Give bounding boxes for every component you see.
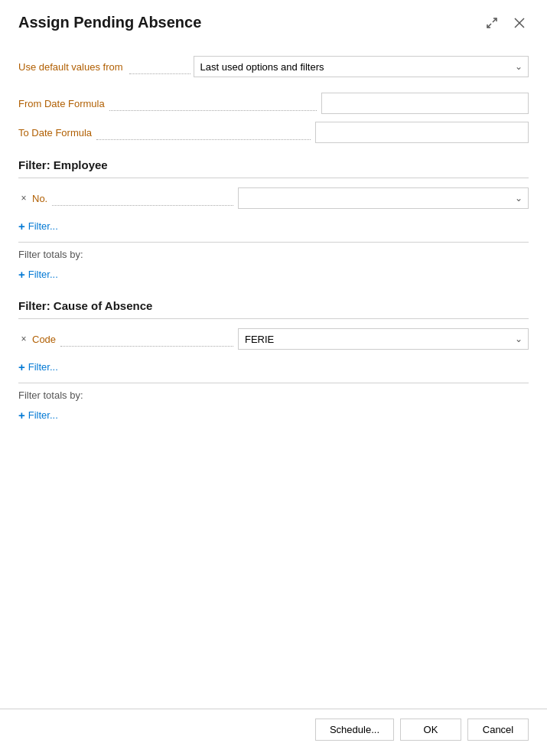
remove-employee-no-filter-button[interactable]: ×: [18, 193, 29, 204]
dialog-body: Use default values from Last used option…: [0, 42, 547, 709]
employee-filter-totals-label: Filter totals by:: [18, 249, 529, 260]
default-values-row: Use default values from Last used option…: [18, 56, 529, 77]
plus-cause-icon: +: [18, 360, 25, 373]
add-employee-filter-label: Filter...: [28, 220, 58, 232]
filter-employee-totals-divider: [18, 242, 529, 243]
cause-code-input-wrapper: FERIE ⌄: [238, 328, 529, 350]
add-cause-totals-filter-label: Filter...: [28, 409, 58, 421]
close-button[interactable]: [510, 15, 529, 31]
filter-cause-title: Filter: Cause of Absence: [18, 299, 529, 312]
dialog-header: Assign Pending Absence: [0, 0, 547, 42]
schedule-button[interactable]: Schedule...: [315, 719, 394, 741]
add-employee-totals-filter-button[interactable]: + Filter...: [18, 265, 58, 284]
filter-employee-section: Filter: Employee × No. ⌄ +: [18, 158, 529, 284]
remove-cause-code-filter-button[interactable]: ×: [18, 334, 29, 344]
ok-button[interactable]: OK: [400, 719, 461, 741]
add-employee-filter-button[interactable]: + Filter...: [18, 217, 58, 236]
filter-cause-divider: [18, 318, 529, 319]
employee-no-select[interactable]: [238, 187, 529, 209]
employee-no-select-container: ⌄: [238, 187, 529, 209]
to-date-formula-input-wrapper: [315, 122, 529, 143]
from-date-formula-label-wrapper: From Date Formula: [18, 98, 105, 109]
from-date-formula-input[interactable]: [321, 93, 529, 114]
default-values-select-wrapper: Last used options and filters No default…: [194, 56, 529, 77]
add-employee-totals-filter-label: Filter...: [28, 269, 58, 280]
to-date-formula-row: To Date Formula: [18, 122, 529, 143]
filter-employee-title: Filter: Employee: [18, 158, 529, 171]
to-date-formula-label-wrapper: To Date Formula: [18, 127, 92, 138]
default-values-select-container: Last used options and filters No default…: [194, 56, 529, 77]
add-cause-filter-button[interactable]: + Filter...: [18, 357, 58, 376]
cause-code-filter-row: × Code FERIE ⌄: [18, 328, 529, 350]
employee-no-filter-row: × No. ⌄: [18, 187, 529, 209]
employee-no-label: No.: [32, 193, 47, 204]
default-values-select[interactable]: Last used options and filters No default…: [194, 56, 529, 77]
add-cause-filter-label: Filter...: [28, 361, 58, 373]
cause-code-select-container: FERIE ⌄: [238, 328, 529, 350]
employee-no-input-wrapper: ⌄: [238, 187, 529, 209]
plus-cause-totals-icon: +: [18, 409, 25, 422]
dialog-title: Assign Pending Absence: [18, 14, 201, 31]
to-date-formula-label: To Date Formula: [18, 127, 92, 138]
dialog-footer: Schedule... OK Cancel: [0, 709, 547, 756]
assign-pending-absence-dialog: Assign Pending Absence Use defaul: [0, 0, 547, 756]
cause-code-dots: [60, 346, 233, 347]
filter-cause-of-absence-section: Filter: Cause of Absence × Code FERIE ⌄: [18, 299, 529, 425]
cause-filter-totals-label: Filter totals by:: [18, 389, 529, 401]
default-values-label: Use default values from: [18, 61, 123, 73]
from-date-dots: [109, 110, 317, 111]
cause-code-select[interactable]: FERIE: [238, 328, 529, 350]
dotted-separator: [129, 73, 190, 74]
from-date-formula-row: From Date Formula: [18, 93, 529, 114]
header-icons: [483, 15, 529, 31]
employee-no-dots: [52, 205, 233, 206]
to-date-formula-input[interactable]: [315, 122, 529, 143]
cancel-button[interactable]: Cancel: [467, 719, 529, 741]
expand-button[interactable]: [483, 15, 501, 31]
plus-icon: +: [18, 220, 25, 233]
from-date-formula-input-wrapper: [321, 93, 529, 114]
to-date-dots: [96, 139, 310, 140]
filter-employee-divider: [18, 178, 529, 178]
plus-totals-icon: +: [18, 268, 25, 281]
add-cause-totals-filter-button[interactable]: + Filter...: [18, 406, 58, 425]
cause-code-label: Code: [32, 334, 56, 345]
filter-cause-totals-divider: [18, 383, 529, 383]
from-date-formula-label: From Date Formula: [18, 98, 105, 109]
